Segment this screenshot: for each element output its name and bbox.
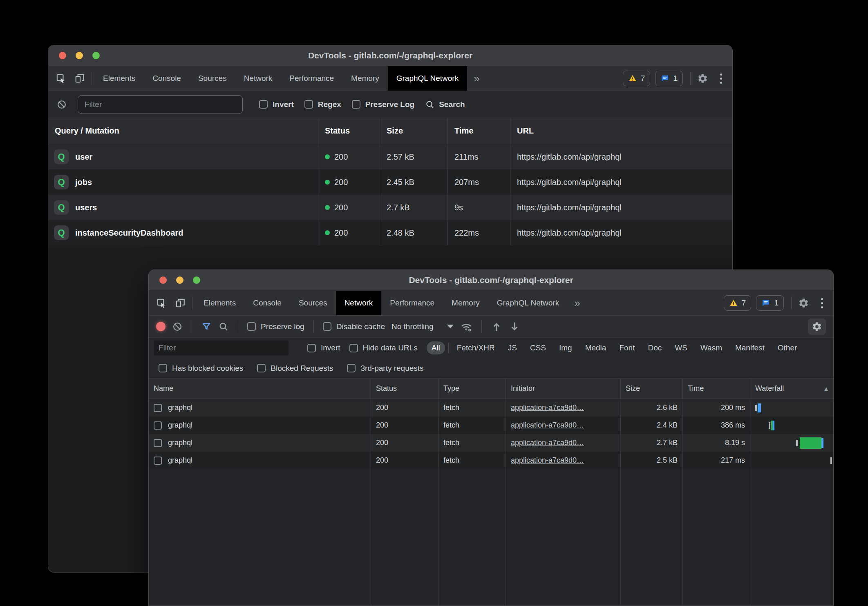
minimize-button[interactable]	[176, 276, 183, 284]
titlebar[interactable]: DevTools - gitlab.com/-/graphql-explorer	[149, 270, 833, 291]
column-header-size[interactable]: Size	[380, 118, 448, 144]
export-har-icon[interactable]	[509, 321, 520, 332]
warnings-badge[interactable]: 7	[623, 71, 651, 86]
tab-memory[interactable]: Memory	[443, 291, 488, 315]
preserve-log-checkbox[interactable]: Preserve Log	[352, 100, 414, 109]
record-button[interactable]	[156, 322, 166, 331]
kebab-menu-icon[interactable]	[813, 291, 831, 315]
settings-gear-icon[interactable]	[693, 66, 712, 91]
column-header-query-mutation[interactable]: Query / Mutation	[48, 118, 318, 144]
tab-elements[interactable]: Elements	[94, 66, 144, 91]
column-header-type[interactable]: Type	[438, 379, 506, 399]
row-checkbox[interactable]	[154, 457, 162, 465]
hide-data-urls-checkbox[interactable]: Hide data URLs	[349, 343, 418, 352]
blocked-requests-checkbox[interactable]: Blocked Requests	[257, 364, 333, 373]
settings-gear-icon[interactable]	[794, 291, 813, 315]
initiator-link[interactable]: application-a7ca9d0…	[511, 421, 584, 430]
tab-performance[interactable]: Performance	[381, 291, 443, 315]
sort-ascending-icon[interactable]: ▲	[823, 385, 829, 392]
tab-sources[interactable]: Sources	[290, 291, 336, 315]
chip-doc[interactable]: Doc	[643, 341, 667, 354]
tab-console[interactable]: Console	[244, 291, 290, 315]
block-requests-icon[interactable]	[56, 99, 67, 110]
checkbox-box[interactable]	[347, 364, 356, 372]
disable-cache-checkbox[interactable]: Disable cache	[323, 322, 385, 331]
table-row-query-name[interactable]: Q user	[48, 144, 318, 169]
kebab-menu-icon[interactable]	[712, 66, 730, 91]
chip-font[interactable]: Font	[614, 341, 640, 354]
chip-js[interactable]: JS	[503, 341, 522, 354]
regex-checkbox[interactable]: Regex	[304, 100, 341, 109]
preserve-log-checkbox[interactable]: Preserve log	[247, 322, 304, 331]
table-row-query-name[interactable]: Q users	[48, 195, 318, 220]
tab-console[interactable]: Console	[144, 66, 190, 91]
chip-media[interactable]: Media	[580, 341, 611, 354]
checkbox-box[interactable]	[257, 364, 266, 372]
request-row-name[interactable]: graphql	[149, 417, 371, 434]
has-blocked-cookies-checkbox[interactable]: Has blocked cookies	[159, 364, 243, 373]
clear-icon[interactable]	[172, 321, 183, 332]
row-checkbox[interactable]	[154, 404, 162, 412]
close-button[interactable]	[159, 276, 167, 284]
filter-input[interactable]	[78, 95, 243, 114]
import-har-icon[interactable]	[491, 321, 502, 332]
tab-graphql-network[interactable]: GraphQL Network	[388, 66, 467, 91]
column-header-time[interactable]: Time	[683, 379, 750, 399]
search-button[interactable]: Search	[425, 100, 465, 109]
request-row-name[interactable]: graphql	[149, 434, 371, 452]
chip-other[interactable]: Other	[773, 341, 802, 354]
checkbox-box[interactable]	[352, 100, 360, 109]
column-header-status[interactable]: Status	[371, 379, 438, 399]
table-row-query-name[interactable]: Q instanceSecurityDashboard	[48, 220, 318, 245]
column-header-status[interactable]: Status	[318, 118, 380, 144]
checkbox-box[interactable]	[259, 100, 268, 109]
invert-checkbox[interactable]: Invert	[307, 343, 340, 352]
tab-network[interactable]: Network	[235, 66, 281, 91]
minimize-button[interactable]	[76, 52, 83, 59]
tab-sources[interactable]: Sources	[190, 66, 235, 91]
column-header-name[interactable]: Name	[149, 379, 371, 399]
device-toolbar-icon[interactable]	[70, 66, 89, 91]
column-header-initiator[interactable]: Initiator	[506, 379, 621, 399]
more-tabs-chevron[interactable]: »	[568, 291, 586, 315]
initiator-link[interactable]: application-a7ca9d0…	[511, 403, 584, 412]
initiator-link[interactable]: application-a7ca9d0…	[511, 456, 584, 465]
tab-performance[interactable]: Performance	[281, 66, 342, 91]
maximize-button[interactable]	[92, 52, 100, 59]
checkbox-box[interactable]	[349, 344, 358, 352]
maximize-button[interactable]	[193, 276, 200, 284]
chip-wasm[interactable]: Wasm	[696, 341, 727, 354]
column-header-time[interactable]: Time	[448, 118, 510, 144]
checkbox-box[interactable]	[304, 100, 313, 109]
column-header-waterfall[interactable]: Waterfall ▲	[750, 379, 834, 399]
row-checkbox[interactable]	[154, 439, 162, 447]
table-row-query-name[interactable]: Q jobs	[48, 169, 318, 195]
initiator-link[interactable]: application-a7ca9d0…	[511, 439, 584, 447]
checkbox-box[interactable]	[247, 322, 256, 331]
checkbox-box[interactable]	[307, 344, 316, 352]
tab-elements[interactable]: Elements	[195, 291, 244, 315]
throttling-dropdown[interactable]: No throttling	[391, 322, 454, 331]
tab-memory[interactable]: Memory	[342, 66, 388, 91]
warnings-badge[interactable]: 7	[724, 295, 752, 311]
chip-fetch-xhr[interactable]: Fetch/XHR	[452, 341, 500, 354]
inspect-element-icon[interactable]	[152, 291, 171, 315]
chip-manifest[interactable]: Manifest	[730, 341, 770, 354]
tab-graphql-network[interactable]: GraphQL Network	[488, 291, 568, 315]
invert-checkbox[interactable]: Invert	[259, 100, 294, 109]
chip-ws[interactable]: WS	[670, 341, 692, 354]
third-party-requests-checkbox[interactable]: 3rd-party requests	[347, 364, 423, 373]
checkbox-box[interactable]	[323, 322, 331, 331]
request-row-name[interactable]: graphql	[149, 399, 371, 417]
column-header-url[interactable]: URL	[510, 118, 732, 144]
close-button[interactable]	[59, 52, 66, 59]
chip-css[interactable]: CSS	[525, 341, 551, 354]
messages-badge[interactable]: 1	[655, 71, 683, 86]
request-row-name[interactable]: graphql	[149, 452, 371, 469]
chip-all[interactable]: All	[427, 341, 445, 354]
network-conditions-icon[interactable]	[460, 321, 472, 333]
messages-badge[interactable]: 1	[756, 295, 784, 311]
network-filter-input[interactable]	[154, 341, 289, 355]
checkbox-box[interactable]	[159, 364, 167, 372]
device-toolbar-icon[interactable]	[171, 291, 190, 315]
